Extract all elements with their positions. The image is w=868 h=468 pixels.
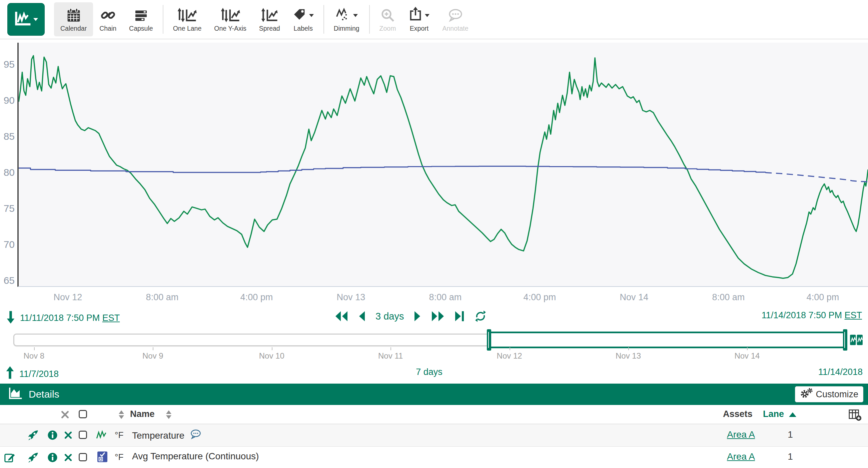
lane-number: 1 [782, 429, 799, 440]
y-tick-label: 75 [1, 203, 15, 214]
timezone-link[interactable]: EST [844, 310, 862, 320]
sort-name-icon[interactable] [166, 410, 172, 419]
view-selector-button[interactable] [7, 3, 45, 36]
asset-link[interactable]: Area A [724, 429, 757, 440]
x-tick-label: 4:00 pm [807, 292, 839, 302]
step-forward-much-button[interactable] [431, 311, 444, 322]
timebar-tick-label: Nov 9 [143, 351, 163, 360]
step-back-button[interactable] [358, 311, 366, 322]
chevron-down-icon [425, 14, 430, 17]
trend-series-canvas[interactable] [19, 43, 868, 286]
tag-icon [293, 7, 307, 22]
toolbar-button-annotate[interactable]: Annotate [436, 2, 474, 36]
toolbar-button-dimming[interactable]: Dimming [328, 2, 366, 36]
selection-left-handle[interactable] [487, 329, 491, 351]
display-range-duration[interactable]: 3 days [375, 311, 404, 322]
main-toolbar: Calendar Chain Capsule One Lane On [0, 0, 868, 39]
toolbar-button-spread[interactable]: Spread [253, 2, 286, 36]
toolbar-button-labels[interactable]: Labels [286, 2, 320, 36]
remove-all-icon[interactable] [61, 410, 69, 420]
unit-of-measure: °F [115, 452, 123, 462]
item-name-cell: Temperature [132, 429, 202, 442]
chain-icon [101, 6, 115, 22]
timebar-tick-label: Nov 8 [24, 351, 45, 360]
toolbar-button-one-lane[interactable]: One Lane [167, 2, 208, 36]
y-tick-label: 80 [1, 167, 15, 178]
trend-navigation-controls: 3 days [335, 310, 487, 322]
info-icon[interactable] [48, 452, 58, 464]
chevron-down-icon [309, 14, 314, 17]
toolbar-button-capsule[interactable]: Capsule [123, 2, 159, 36]
timebar-tick-label: Nov 14 [734, 351, 760, 360]
step-back-much-button[interactable] [335, 311, 348, 322]
lane-number: 1 [782, 451, 799, 462]
customize-button[interactable]: Customize [795, 386, 863, 402]
dual-trend-icon[interactable] [850, 333, 863, 348]
selection-right-handle[interactable] [843, 329, 847, 351]
timebar-tick [34, 347, 35, 350]
arrow-up-icon [5, 366, 15, 382]
annotation-bubble-icon[interactable] [190, 429, 202, 442]
send-to-organizer-rocket-icon[interactable] [27, 452, 39, 465]
chevron-down-icon [353, 14, 358, 17]
item-name[interactable]: Avg Temperature (Continuous) [132, 451, 259, 462]
display-range-end[interactable]: 11/14/2018 7:50 PM EST [762, 310, 862, 321]
asset-link[interactable]: Area A [724, 451, 757, 462]
row-checkbox[interactable] [79, 431, 87, 439]
send-to-organizer-rocket-icon[interactable] [27, 430, 39, 442]
x-tick-label: 8:00 am [712, 292, 745, 302]
edit-formula-icon[interactable] [4, 452, 16, 465]
details-panel-title: Details [29, 389, 59, 400]
trend-chart-plot-area[interactable] [17, 43, 868, 287]
column-header-assets[interactable]: Assets [723, 409, 753, 419]
investigate-range-duration[interactable]: 7 days [416, 367, 442, 377]
dimming-signal-icon [336, 7, 351, 22]
column-header-name[interactable]: Name [130, 409, 155, 419]
y-tick-label: 70 [1, 239, 15, 250]
timebar-tick [391, 347, 391, 350]
investigate-range-start[interactable]: 11/7/2018 [5, 366, 59, 382]
timezone-link[interactable]: EST [102, 313, 120, 323]
sort-name-icon[interactable] [119, 410, 124, 419]
step-forward-button[interactable] [414, 311, 421, 322]
export-share-icon [408, 6, 423, 22]
item-name[interactable]: Temperature [132, 430, 184, 441]
remove-item-icon[interactable] [64, 453, 72, 463]
step-to-end-button[interactable] [455, 311, 465, 322]
timebar-tick [153, 347, 153, 350]
refresh-button[interactable] [474, 310, 487, 322]
calendar-icon [67, 6, 81, 22]
spread-icon [261, 6, 278, 22]
investigate-range-end[interactable]: 11/14/2018 [818, 367, 863, 377]
row-checkbox[interactable] [79, 453, 87, 461]
timebar-tick [272, 347, 273, 350]
y-tick-label: 85 [1, 131, 15, 142]
toolbar-button-chain[interactable]: Chain [93, 2, 123, 36]
column-header-lane[interactable]: Lane [763, 409, 784, 419]
toolbar-button-one-y-axis[interactable]: One Y-Axis [208, 2, 252, 36]
add-column-icon[interactable] [848, 409, 862, 422]
select-all-checkbox[interactable] [79, 410, 87, 418]
toolbar-separator [323, 5, 324, 34]
timebar-tick-label: Nov 10 [259, 351, 284, 360]
speech-bubble-icon [448, 6, 463, 22]
toolbar-button-calendar[interactable]: Calendar [54, 2, 93, 36]
x-tick-label: 4:00 pm [241, 292, 273, 302]
timebar-tick-label: Nov 12 [497, 351, 522, 360]
remove-item-icon[interactable] [64, 431, 72, 441]
toolbar-button-zoom[interactable]: Zoom [373, 2, 402, 36]
display-range-start-text[interactable]: 11/11/2018 7:50 PM [20, 313, 100, 323]
x-tick-label: Nov 12 [54, 292, 82, 302]
toolbar-button-export[interactable]: Export [402, 2, 436, 36]
investigate-range-start-text[interactable]: 11/7/2018 [19, 369, 59, 379]
sort-ascending-icon[interactable] [789, 412, 796, 417]
toolbar-separator [369, 5, 370, 34]
x-tick-label: Nov 14 [620, 292, 649, 302]
series-avg-temperature-continuous[interactable] [765, 172, 868, 181]
info-icon[interactable] [48, 430, 58, 442]
display-range-end-text[interactable]: 11/14/2018 7:50 PM [762, 310, 842, 320]
series-avg-temperature-continuous[interactable] [19, 166, 765, 172]
x-tick-label: Nov 13 [337, 292, 366, 302]
display-range-selection[interactable] [489, 331, 845, 348]
display-range-start[interactable]: 11/11/2018 7:50 PM EST [6, 310, 120, 326]
